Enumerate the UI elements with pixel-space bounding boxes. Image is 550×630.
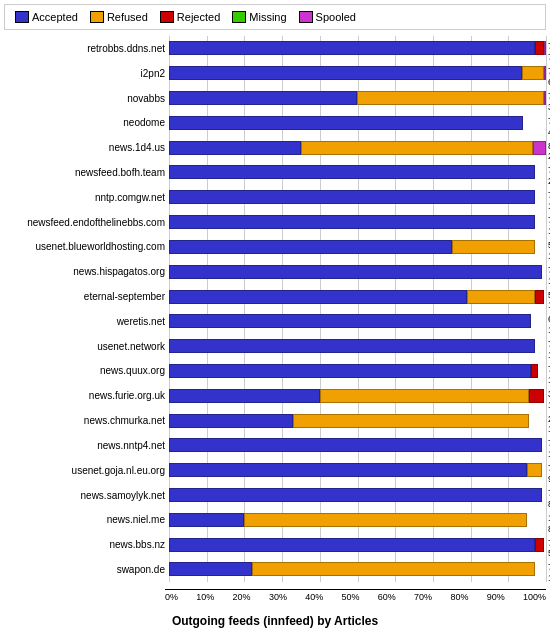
bar-wrapper: 7729196 (169, 215, 546, 229)
bar-row: 7383159 (169, 359, 546, 384)
bar-row: 3098141 (169, 383, 546, 408)
x-axis-tick: 40% (305, 592, 323, 602)
bar-wrapper: 779652 (169, 538, 546, 552)
bar-row: 183788 (169, 507, 546, 532)
bar-segment-refused (522, 66, 544, 80)
bar-row: 6103165 (169, 309, 546, 334)
bar-wrapper: 75518 (169, 562, 546, 576)
y-label: news.bbs.nz (4, 532, 169, 557)
y-label: novabbs (4, 86, 169, 111)
bar-wrapper: 7551207 (169, 165, 546, 179)
bar-wrapper: 183788 (169, 513, 546, 527)
bar-segment-accepted (169, 339, 535, 353)
bar-wrapper: 5817173 (169, 240, 546, 254)
bar-wrapper: 716491 (169, 463, 546, 477)
bar-segment-refused (527, 463, 542, 477)
bar-wrapper: 6103165 (169, 314, 546, 328)
bar-row: 778789 (169, 483, 546, 508)
y-label: nntp.comgw.net (4, 185, 169, 210)
y-label: news.samoylyk.net (4, 483, 169, 508)
y-label: news.1d4.us (4, 135, 169, 160)
bar-wrapper: 7699122 (169, 438, 546, 452)
x-axis-tick: 50% (341, 592, 359, 602)
bar-row: 716491 (169, 458, 546, 483)
bar-row: 5817173 (169, 235, 546, 260)
bar-wrapper: 7220415 (169, 116, 546, 130)
legend: AcceptedRefusedRejectedMissingSpooled (4, 4, 546, 30)
x-axis-tick: 20% (233, 592, 251, 602)
bar-segment-accepted (169, 488, 542, 502)
x-axis: 0%10%20%30%40%50%60%70%80%90%100% (165, 592, 546, 602)
bar-segment-refused (320, 389, 529, 403)
bar-segment-accepted (169, 116, 523, 130)
bar-row: 779652 (169, 532, 546, 557)
x-axis-label: Outgoing feeds (innfeed) by Articles (0, 614, 550, 630)
bar-wrapper: 7767199 (169, 190, 546, 204)
bar-row: 7699122 (169, 433, 546, 458)
legend-label: Accepted (32, 11, 78, 23)
y-labels: retrobbs.ddns.neti2pn2novabbsneodomenews… (4, 36, 169, 582)
bar-segment-refused (357, 91, 544, 105)
bar-segment-refused (452, 240, 535, 254)
bar-segment-refused (467, 290, 535, 304)
x-axis-tick: 100% (523, 592, 546, 602)
y-label: neodome (4, 110, 169, 135)
bar-segment-accepted (169, 538, 535, 552)
bar-wrapper: 72546870 (169, 66, 546, 80)
bar-wrapper: 7425161 (169, 339, 546, 353)
legend-label: Refused (107, 11, 148, 23)
legend-item: Spooled (299, 11, 356, 23)
x-axis-tick: 10% (196, 592, 214, 602)
y-label: weretis.net (4, 309, 169, 334)
legend-color-box (299, 11, 313, 23)
legend-item: Rejected (160, 11, 220, 23)
bar-wrapper: 2408128 (169, 414, 546, 428)
bar-segment-accepted (169, 240, 452, 254)
bar-wrapper: 7754168 (169, 265, 546, 279)
bar-wrapper: 3098141 (169, 389, 546, 403)
bar-wrapper: 7383159 (169, 364, 546, 378)
y-label: swapon.de (4, 557, 169, 582)
bar-segment-accepted (169, 389, 320, 403)
legend-label: Missing (249, 11, 286, 23)
x-axis-tick: 60% (378, 592, 396, 602)
bar-row: 7767199 (169, 185, 546, 210)
bar-segment-spooled (544, 41, 546, 55)
bar-segment-rejected (529, 389, 544, 403)
bar-row: 8163268 (169, 135, 546, 160)
bars-area: 7427723772546870742737677220415816326875… (169, 36, 546, 582)
legend-item: Refused (90, 11, 148, 23)
y-label: usenet.goja.nl.eu.org (4, 458, 169, 483)
legend-color-box (232, 11, 246, 23)
bar-row: 7754168 (169, 259, 546, 284)
y-label: usenet.network (4, 334, 169, 359)
chart-container: AcceptedRefusedRejectedMissingSpooled re… (0, 0, 550, 630)
x-axis-tick: 0% (165, 592, 178, 602)
bar-segment-accepted (169, 364, 531, 378)
y-label: news.niel.me (4, 507, 169, 532)
bar-row: 7551207 (169, 160, 546, 185)
bar-segment-accepted (169, 463, 527, 477)
legend-item: Accepted (15, 11, 78, 23)
bar-segment-accepted (169, 215, 535, 229)
bar-wrapper: 74277237 (169, 41, 546, 55)
bar-segment-accepted (169, 290, 467, 304)
bar-segment-accepted (169, 265, 542, 279)
legend-color-box (90, 11, 104, 23)
bar-segment-accepted (169, 513, 244, 527)
bar-wrapper: 778789 (169, 488, 546, 502)
x-axis-tick: 30% (269, 592, 287, 602)
bar-segment-accepted (169, 414, 293, 428)
bar-segment-refused (301, 141, 533, 155)
x-axis-tick: 80% (450, 592, 468, 602)
bar-segment-rejected (531, 364, 539, 378)
bar-segment-accepted (169, 314, 531, 328)
legend-item: Missing (232, 11, 286, 23)
y-label: news.hispagatos.org (4, 259, 169, 284)
bar-row: 7729196 (169, 210, 546, 235)
y-label: news.chmurka.net (4, 408, 169, 433)
bar-segment-refused (293, 414, 529, 428)
bar-segment-accepted (169, 562, 252, 576)
bar-row: 7425161 (169, 334, 546, 359)
y-label: newsfeed.bofh.team (4, 160, 169, 185)
